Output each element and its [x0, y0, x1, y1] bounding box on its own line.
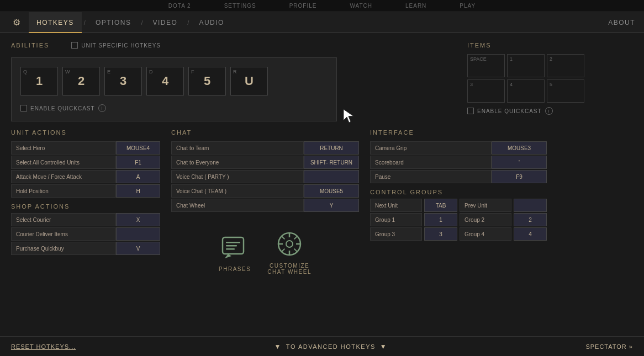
control-groups-title: CONTROL GROUPS: [370, 189, 547, 195]
unit-action-label-2: Select All Controlled Units: [11, 156, 116, 169]
shop-actions-title: SHOP ACTIONS: [11, 203, 160, 210]
cg-next-label: Next Unit: [370, 199, 422, 212]
ability-key-w-label: W: [65, 69, 70, 75]
interface-row-2: Scoreboard ': [370, 156, 547, 169]
unit-action-row-3: Attack Move / Force Attack A: [11, 170, 160, 183]
top-bar: DOTA 2 SETTINGS PROFILE WATCH LEARN PLAY: [0, 0, 644, 12]
ability-key-e[interactable]: E 3: [104, 67, 142, 95]
unit-action-value-3[interactable]: A: [116, 170, 160, 183]
interface-control-column: INTERFACE Camera Grip MOUSE3 Scoreboard …: [370, 129, 547, 284]
ability-key-d-value: 4: [162, 74, 168, 88]
footer: RESET HOTKEYS... ▼ TO ADVANCED HOTKEYS ▼…: [0, 336, 644, 356]
nav-about[interactable]: ABOUT: [608, 19, 635, 26]
ability-key-d[interactable]: D 4: [146, 67, 184, 95]
unit-specific-checkbox[interactable]: [71, 42, 78, 49]
cg-group1-label: Group 1: [370, 213, 422, 226]
chat-value-3[interactable]: [304, 170, 359, 183]
item-key-space: SPACE: [470, 56, 487, 62]
interface-row-1: Camera Grip MOUSE3: [370, 141, 547, 155]
shop-action-row-2: Courier Deliver Items: [11, 227, 160, 241]
phrases-icon: [220, 233, 249, 262]
ability-key-q[interactable]: Q 1: [20, 67, 58, 95]
interface-label-2: Scoreboard: [370, 156, 492, 169]
shop-action-label-1: Select Courier: [11, 213, 116, 226]
chat-row-5: Chat Wheel Y: [171, 199, 359, 212]
topbar-item-5: LEARN: [405, 3, 426, 9]
chat-row-3: Voice Chat ( PARTY ): [171, 170, 359, 183]
quickcast-checkbox[interactable]: [20, 105, 27, 111]
items-quickcast-row: ENABLE QUICKCAST i: [467, 107, 633, 115]
ability-key-r-label: R: [233, 69, 237, 75]
ability-key-r[interactable]: R U: [230, 67, 268, 95]
ability-key-w-value: 2: [78, 74, 85, 88]
chat-value-4[interactable]: MOUSE5: [304, 184, 359, 198]
item-box-space[interactable]: SPACE: [467, 54, 505, 77]
chat-title: CHAT: [171, 129, 359, 136]
items-title: ITEMS: [467, 42, 633, 49]
interface-row-3: Pause F9: [370, 170, 547, 183]
interface-value-2[interactable]: ': [492, 156, 547, 169]
ability-key-d-label: D: [149, 69, 153, 75]
cg-group1-value[interactable]: 1: [424, 213, 457, 226]
advanced-hotkeys-button[interactable]: ▼ TO ADVANCED HOTKEYS ▼: [274, 343, 387, 350]
advanced-left-arrow: ▼: [274, 343, 281, 350]
svg-rect-1: [226, 242, 240, 243]
topbar-item-4: WATCH: [350, 3, 372, 9]
nav-audio[interactable]: AUDIO: [191, 12, 232, 33]
phrases-label: PHRASES: [219, 266, 251, 272]
interface-value-1[interactable]: MOUSE3: [492, 141, 547, 155]
cg-group2-value[interactable]: 2: [514, 213, 547, 226]
chat-label-3: Voice Chat ( PARTY ): [171, 170, 304, 183]
item-box-4[interactable]: 4: [507, 79, 545, 103]
shop-action-value-1[interactable]: X: [116, 213, 160, 226]
cg-header-row: Next Unit TAB Prev Unit: [370, 199, 547, 212]
interface-value-3[interactable]: F9: [492, 170, 547, 183]
unit-action-value-1[interactable]: MOUSE4: [116, 141, 160, 155]
spectator-button[interactable]: SPECTATOR »: [585, 343, 633, 350]
interface-label-3: Pause: [370, 170, 492, 183]
cg-group4-label: Group 4: [460, 227, 511, 241]
items-quickcast-info-icon: i: [545, 107, 553, 115]
chat-value-1[interactable]: RETURN: [304, 141, 359, 155]
bottom-sections: UNIT ACTIONS Select Hero MOUSE4 Select A…: [0, 129, 644, 284]
topbar-item-2: SETTINGS: [224, 3, 256, 9]
item-key-4: 4: [510, 82, 513, 87]
item-key-1: 1: [510, 56, 513, 62]
item-box-3[interactable]: 3: [467, 79, 505, 103]
phrases-block[interactable]: PHRASES: [219, 233, 251, 272]
abilities-section: ABILITIES UNIT SPECIFIC HOTKEYS Q 1 W 2 …: [11, 42, 337, 125]
ability-key-f-value: 5: [204, 74, 210, 88]
item-box-2[interactable]: 2: [547, 54, 584, 77]
cg-group4-value[interactable]: 4: [514, 227, 547, 241]
unit-action-value-4[interactable]: H: [116, 184, 160, 198]
item-key-5: 5: [550, 82, 552, 87]
unit-action-row-4: Hold Position H: [11, 184, 160, 198]
reset-hotkeys-button[interactable]: RESET HOTKEYS...: [11, 343, 76, 350]
advanced-label: TO ADVANCED HOTKEYS: [286, 343, 376, 350]
chat-label-5: Chat Wheel: [171, 199, 304, 212]
items-quickcast-checkbox[interactable]: [467, 108, 474, 114]
item-box-1[interactable]: 1: [507, 54, 545, 77]
items-quickcast-label: ENABLE QUICKCAST: [477, 108, 542, 114]
cg-prev-value[interactable]: [514, 199, 547, 212]
chat-value-5[interactable]: Y: [304, 199, 359, 212]
nav-options[interactable]: OPTIONS: [88, 12, 139, 33]
ability-key-w[interactable]: W 2: [62, 67, 100, 95]
ability-key-f[interactable]: F 5: [188, 67, 226, 95]
nav-video[interactable]: VIDEO: [145, 12, 186, 33]
customize-wheel-block[interactable]: CUSTOMIZECHAT WHEEL: [267, 230, 312, 275]
shop-action-value-3[interactable]: V: [116, 242, 160, 255]
cg-next-value[interactable]: TAB: [424, 199, 457, 212]
chat-value-2[interactable]: SHIFT- RETURN: [304, 156, 359, 169]
shop-action-value-2[interactable]: [116, 227, 160, 241]
cg-group3-value[interactable]: 3: [424, 227, 457, 241]
unit-action-value-2[interactable]: F1: [116, 156, 160, 169]
cg-group3-label: Group 3: [370, 227, 422, 241]
svg-line-14: [282, 249, 285, 252]
svg-rect-2: [226, 245, 237, 247]
item-box-5[interactable]: 5: [547, 79, 584, 103]
svg-line-12: [294, 249, 298, 252]
unit-action-label-1: Select Hero: [11, 141, 116, 155]
nav-hotkeys-label: HOTKEYS: [36, 19, 74, 26]
nav-hotkeys[interactable]: HOTKEYS: [29, 12, 82, 33]
